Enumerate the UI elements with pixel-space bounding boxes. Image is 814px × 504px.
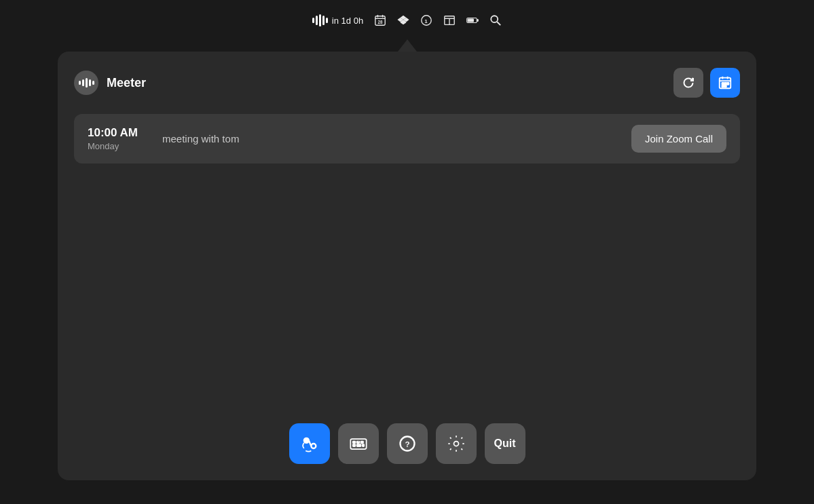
svg-text:?: ? <box>405 440 409 448</box>
refresh-button[interactable] <box>673 68 703 98</box>
app-waveform-icon <box>79 78 94 88</box>
svg-line-31 <box>308 440 311 446</box>
meeting-title: meeting with tom <box>162 133 618 144</box>
svg-rect-36 <box>360 442 363 444</box>
svg-rect-38 <box>356 444 360 446</box>
menubar-dropbox-icon[interactable] <box>397 14 409 26</box>
meeting-time: 10:00 AM Monday <box>88 126 149 151</box>
header-buttons <box>673 68 740 98</box>
meeting-day-value: Monday <box>88 141 149 151</box>
app-title: Meeter <box>74 71 146 95</box>
menubar-meeter[interactable]: in 1d 0h <box>312 14 363 26</box>
menubar-calendar-icon[interactable]: 28 <box>374 14 386 26</box>
quit-button[interactable]: Quit <box>485 423 525 464</box>
svg-point-43 <box>454 442 458 446</box>
meeter-status-label: in 1d 0h <box>332 16 363 26</box>
menubar-search-icon[interactable] <box>489 14 502 26</box>
keyboard-shortcuts-button[interactable]: ? <box>338 423 379 464</box>
svg-rect-39 <box>362 444 363 446</box>
svg-rect-34 <box>352 442 355 444</box>
settings-button[interactable] <box>436 423 477 464</box>
footer-buttons: ? ? Quit <box>74 410 740 464</box>
svg-point-30 <box>311 444 316 448</box>
menubar-window-icon[interactable] <box>443 14 456 26</box>
svg-point-32 <box>305 440 308 442</box>
meeting-row: 10:00 AM Monday meeting with tom Join Zo… <box>74 114 740 163</box>
popup-panel: Meeter <box>58 52 756 480</box>
menubar-battery-icon <box>466 14 479 26</box>
help-button[interactable]: ? <box>387 423 428 464</box>
app-icon <box>74 71 98 95</box>
svg-point-18 <box>491 16 498 22</box>
svg-rect-17 <box>468 19 473 22</box>
integrations-button[interactable] <box>289 423 330 464</box>
svg-line-19 <box>497 22 500 25</box>
join-zoom-call-button[interactable]: Join Zoom Call <box>631 125 726 153</box>
calendar-button[interactable] <box>710 68 740 98</box>
svg-rect-24 <box>722 83 724 85</box>
svg-rect-16 <box>477 20 478 22</box>
svg-rect-26 <box>727 83 729 85</box>
menubar: in 1d 0h 28 1 <box>0 0 814 41</box>
menubar-1password-icon[interactable]: 1 <box>420 14 432 26</box>
svg-text:1: 1 <box>424 18 428 24</box>
svg-rect-28 <box>724 85 726 88</box>
popup-arrow <box>398 39 417 52</box>
meeter-waveform-icon <box>312 14 328 26</box>
svg-rect-37 <box>352 444 355 446</box>
app-name-label: Meeter <box>107 76 146 90</box>
popup-header: Meeter <box>74 68 740 98</box>
svg-rect-25 <box>724 83 726 85</box>
svg-text:28: 28 <box>378 20 384 24</box>
svg-rect-27 <box>722 85 724 88</box>
meeting-time-value: 10:00 AM <box>88 126 149 140</box>
